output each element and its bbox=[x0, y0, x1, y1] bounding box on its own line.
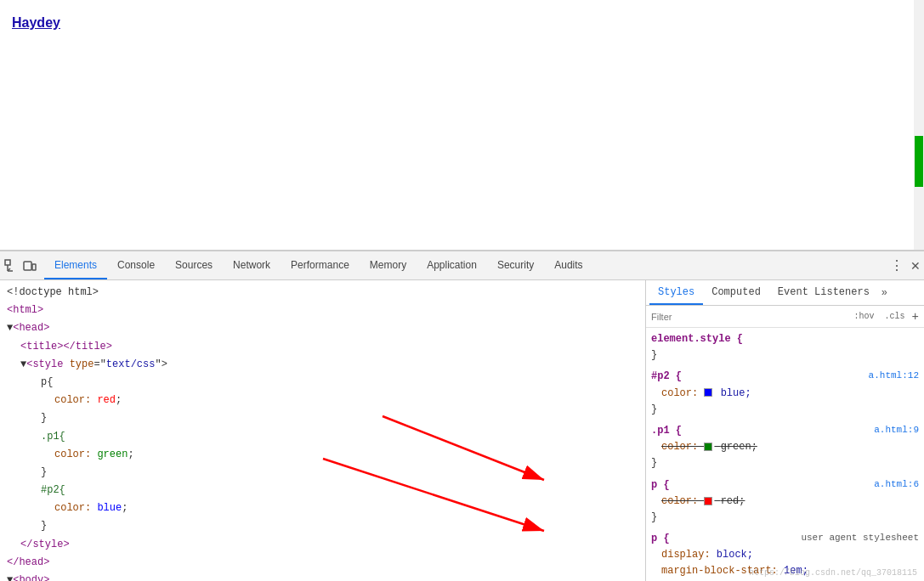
scrollbar[interactable] bbox=[914, 0, 924, 250]
p1-source[interactable]: a.html:9 bbox=[874, 423, 919, 438]
html-line-css-p1: .p1{ bbox=[0, 428, 645, 446]
styles-panel: Styles Computed Event Listeners » :hov .… bbox=[646, 280, 924, 581]
p1-color-prop: color: green; bbox=[661, 441, 757, 453]
tab-audits[interactable]: Audits bbox=[544, 251, 592, 279]
styles-more-icon[interactable]: » bbox=[881, 287, 887, 299]
devtools-toolbar: Elements Console Sources Network Perform… bbox=[0, 251, 924, 280]
browser-viewport: Haydey bbox=[0, 0, 924, 251]
toolbar-right: ⋮ ✕ bbox=[890, 257, 921, 274]
tab-sources[interactable]: Sources bbox=[165, 251, 223, 279]
style-rule-p2: #p2 { a.html:12 color: blue; } bbox=[651, 369, 919, 418]
tab-elements[interactable]: Elements bbox=[44, 251, 107, 279]
html-line-head-close: </head> bbox=[0, 554, 645, 572]
color-swatch-blue[interactable] bbox=[704, 388, 712, 397]
svg-rect-4 bbox=[24, 262, 31, 270]
styles-tabs: Styles Computed Event Listeners » bbox=[646, 280, 924, 306]
html-line-title: <title></title> bbox=[0, 338, 645, 356]
p-agent-selector: p { bbox=[651, 533, 670, 544]
html-line-html: <html> bbox=[0, 302, 645, 319]
color-swatch-red[interactable] bbox=[704, 497, 712, 505]
styles-tab-event-listeners[interactable]: Event Listeners bbox=[769, 280, 878, 305]
more-options-icon[interactable]: ⋮ bbox=[890, 257, 904, 274]
html-line-style: ▼<style type="text/css"> bbox=[0, 356, 645, 374]
device-mode-icon[interactable] bbox=[22, 258, 37, 274]
tab-performance[interactable]: Performance bbox=[281, 251, 360, 279]
html-line-style-close: </style> bbox=[0, 536, 645, 554]
html-line-css-p2-close: } bbox=[0, 517, 645, 535]
svg-rect-5 bbox=[32, 264, 36, 270]
filter-cls-button[interactable]: .cls bbox=[881, 310, 909, 323]
html-line-head: ▼<head> bbox=[0, 319, 645, 337]
html-panel: <!doctype html> <html> ▼<head> <title></… bbox=[0, 280, 646, 581]
html-line-css-color-green: color: green; bbox=[0, 446, 645, 464]
styles-tab-styles[interactable]: Styles bbox=[649, 280, 703, 305]
tab-console[interactable]: Console bbox=[107, 251, 165, 279]
p-source[interactable]: a.html:6 bbox=[874, 477, 919, 493]
add-style-button[interactable]: + bbox=[912, 310, 919, 324]
tab-application[interactable]: Application bbox=[417, 251, 487, 279]
svg-rect-0 bbox=[5, 260, 10, 265]
html-line-css-p: p{ bbox=[0, 374, 645, 392]
user-agent-label: user agent stylesheet bbox=[801, 531, 919, 546]
html-line-css-p1-close: } bbox=[0, 464, 645, 482]
html-line-css-p-close: } bbox=[0, 409, 645, 427]
p2-selector: #p2 { bbox=[651, 370, 682, 382]
html-line-css-p2: #p2{ bbox=[0, 482, 645, 499]
html-line-css-color-red: color: red; bbox=[0, 392, 645, 409]
p1-selector: .p1 { bbox=[651, 425, 682, 437]
color-swatch-green[interactable] bbox=[704, 443, 712, 451]
style-rule-element: element.style { } bbox=[651, 331, 919, 364]
scrollbar-thumb[interactable] bbox=[915, 136, 923, 187]
devtools-tabs: Elements Console Sources Network Perform… bbox=[44, 251, 593, 279]
tab-memory[interactable]: Memory bbox=[360, 251, 417, 279]
styles-content: element.style { } #p2 { a.html:12 color:… bbox=[646, 328, 924, 581]
styles-filter-input[interactable] bbox=[651, 312, 851, 322]
inspect-element-icon[interactable] bbox=[3, 258, 19, 274]
p-selector: p { bbox=[651, 479, 670, 491]
close-devtools-button[interactable]: ✕ bbox=[910, 259, 921, 273]
p-color-prop: color: red; bbox=[661, 495, 745, 507]
page-content-haydey: Haydey bbox=[12, 15, 60, 31]
html-line-doctype: <!doctype html> bbox=[0, 284, 645, 302]
style-rule-p1: .p1 { a.html:9 color: green; } bbox=[651, 423, 919, 472]
styles-filter-bar: :hov .cls + bbox=[646, 306, 924, 328]
devtools-panel: Elements Console Sources Network Perform… bbox=[0, 251, 924, 581]
html-line-body: ▼<body> bbox=[0, 572, 645, 581]
style-rule-p: p { a.html:6 color: red; } bbox=[651, 477, 919, 527]
toolbar-icons bbox=[3, 258, 37, 274]
watermark: https://blog.csdn.net/qq_37018115 bbox=[749, 568, 917, 578]
styles-tab-computed[interactable]: Computed bbox=[703, 280, 769, 305]
element-style-selector: element.style { bbox=[651, 333, 743, 345]
p2-source[interactable]: a.html:12 bbox=[869, 369, 919, 384]
tab-network[interactable]: Network bbox=[223, 251, 281, 279]
devtools-body: <!doctype html> <html> ▼<head> <title></… bbox=[0, 280, 924, 581]
tab-security[interactable]: Security bbox=[487, 251, 544, 279]
filter-hov-button[interactable]: :hov bbox=[851, 310, 878, 323]
filter-buttons: :hov .cls + bbox=[851, 310, 919, 324]
html-line-css-color-blue: color: blue; bbox=[0, 499, 645, 517]
